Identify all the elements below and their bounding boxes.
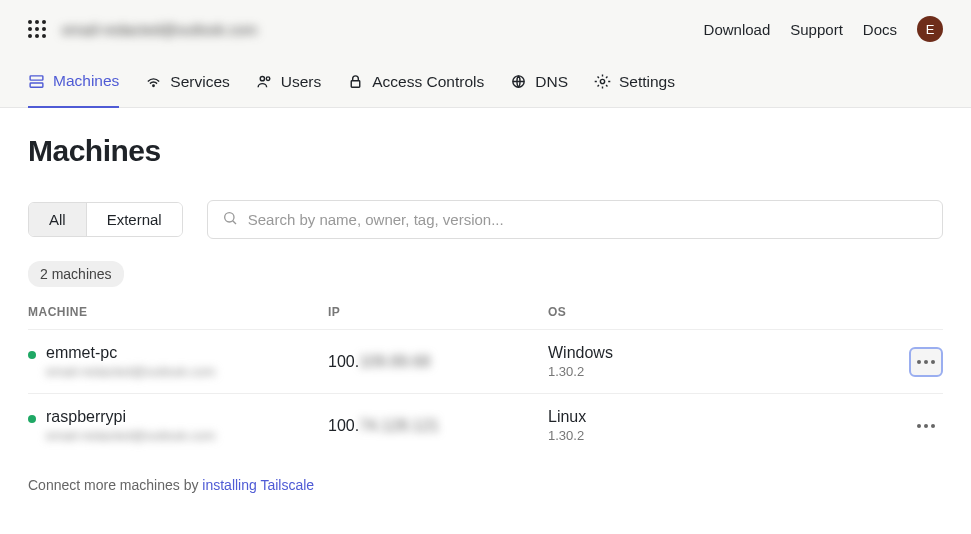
support-link[interactable]: Support: [790, 21, 843, 38]
page-title: Machines: [28, 134, 943, 168]
os-name: Windows: [548, 344, 883, 362]
main-content: Machines All External 2 machines MACHINE…: [0, 108, 971, 519]
svg-point-2: [153, 85, 154, 86]
avatar-initial: E: [926, 22, 935, 37]
users-icon: [256, 73, 273, 90]
lock-icon: [347, 73, 364, 90]
status-dot: [28, 351, 36, 359]
search-input[interactable]: [248, 211, 928, 228]
os-cell: Linux 1.30.2: [548, 408, 883, 443]
controls-row: All External: [28, 200, 943, 239]
ip-cell: 100.109.89.68: [328, 353, 548, 371]
ip-prefix: 100.: [328, 353, 359, 370]
filter-toggle: All External: [28, 202, 183, 237]
avatar[interactable]: E: [917, 16, 943, 42]
machine-name: emmet-pc: [46, 344, 215, 362]
tab-settings[interactable]: Settings: [594, 58, 675, 107]
machine-cell: emmet-pc email-redacted@outlook.com: [28, 344, 328, 379]
more-icon: [917, 424, 935, 428]
os-name: Linux: [548, 408, 883, 426]
ip-prefix: 100.: [328, 417, 359, 434]
docs-link[interactable]: Docs: [863, 21, 897, 38]
filter-external[interactable]: External: [86, 203, 182, 236]
machine-owner: email-redacted@outlook.com: [46, 364, 215, 379]
search-icon: [222, 210, 238, 229]
machine-count-badge: 2 machines: [28, 261, 124, 287]
svg-rect-5: [352, 81, 361, 87]
table-row[interactable]: emmet-pc email-redacted@outlook.com 100.…: [28, 329, 943, 393]
col-os: OS: [548, 305, 883, 319]
machine-owner: email-redacted@outlook.com: [46, 428, 215, 443]
svg-point-4: [266, 77, 270, 81]
col-ip: IP: [328, 305, 548, 319]
tab-label: Settings: [619, 73, 675, 91]
footer-text: Connect more machines by: [28, 477, 202, 493]
more-icon: [917, 360, 935, 364]
table-row[interactable]: raspberrypi email-redacted@outlook.com 1…: [28, 393, 943, 457]
wifi-icon: [145, 73, 162, 90]
table-header: MACHINE IP OS: [28, 305, 943, 329]
ip-redacted: 74.128.121: [359, 417, 439, 434]
tab-label: Users: [281, 73, 321, 91]
svg-rect-1: [30, 82, 43, 86]
search-wrapper[interactable]: [207, 200, 943, 239]
tab-users[interactable]: Users: [256, 58, 321, 107]
svg-point-3: [260, 77, 264, 81]
account-email[interactable]: email-redacted@outlook.com: [62, 21, 257, 38]
topbar-right: Download Support Docs E: [704, 16, 943, 42]
download-link[interactable]: Download: [704, 21, 771, 38]
ip-redacted: 109.89.68: [359, 353, 430, 370]
machines-icon: [28, 73, 45, 90]
gear-icon: [594, 73, 611, 90]
app-grid-icon[interactable]: [28, 20, 46, 38]
machine-cell: raspberrypi email-redacted@outlook.com: [28, 408, 328, 443]
tab-label: Services: [170, 73, 229, 91]
svg-point-7: [600, 79, 604, 83]
globe-icon: [510, 73, 527, 90]
row-actions-button[interactable]: [909, 347, 943, 377]
topbar-left: email-redacted@outlook.com: [28, 20, 257, 38]
status-dot: [28, 415, 36, 423]
tab-access-controls[interactable]: Access Controls: [347, 58, 484, 107]
os-version: 1.30.2: [548, 364, 883, 379]
filter-all[interactable]: All: [29, 203, 86, 236]
svg-rect-0: [30, 75, 43, 79]
install-link[interactable]: installing Tailscale: [202, 477, 314, 493]
nav-bar: Machines Services Users Access Controls …: [0, 58, 971, 108]
os-cell: Windows 1.30.2: [548, 344, 883, 379]
ip-cell: 100.74.128.121: [328, 417, 548, 435]
tab-label: Access Controls: [372, 73, 484, 91]
col-machine: MACHINE: [28, 305, 328, 319]
footer-hint: Connect more machines by installing Tail…: [28, 477, 943, 493]
tab-dns[interactable]: DNS: [510, 58, 568, 107]
tab-label: DNS: [535, 73, 568, 91]
tab-machines[interactable]: Machines: [28, 58, 119, 108]
topbar: email-redacted@outlook.com Download Supp…: [0, 0, 971, 58]
svg-point-8: [224, 213, 233, 222]
tab-label: Machines: [53, 72, 119, 90]
row-actions-button[interactable]: [909, 411, 943, 441]
machine-name: raspberrypi: [46, 408, 215, 426]
tab-services[interactable]: Services: [145, 58, 229, 107]
os-version: 1.30.2: [548, 428, 883, 443]
